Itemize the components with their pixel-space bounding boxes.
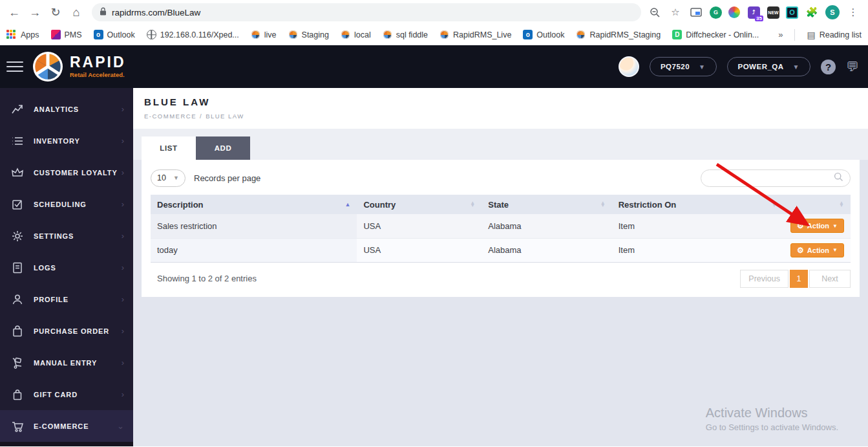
bookmark-staging[interactable]: Staging [288,30,329,39]
apps-grid-icon [6,30,17,40]
breadcrumb-parent[interactable]: E-COMMERCE [144,113,196,120]
cell-state: Alabama [482,214,611,238]
chevron-right-icon: › [122,168,124,177]
shopping-cart-icon [10,419,25,433]
sidebar-nav: ANALYTICS › INVENTORY › CUSTOMER LOYALTY… [0,88,133,446]
current-page-button[interactable]: 1 [790,270,808,288]
tab-list[interactable]: LIST [142,136,196,160]
cell-description: Sales restriction [151,214,357,238]
main-content: BLUE LAW E-COMMERCE/BLUE LAW LIST ADD 10… [133,88,868,446]
column-header-restriction-on[interactable]: Restriction On▲▼ [612,195,783,214]
rapid-logo[interactable]: RAPID Retail Accelerated. [32,51,126,82]
sidebar-item-analytics[interactable]: ANALYTICS › [0,93,133,125]
bookmarks-overflow-chevron[interactable]: » [778,30,783,39]
bookmark-outlook-2[interactable]: oOutlook [523,30,564,39]
chevron-right-icon: › [122,326,124,336]
sidebar-item-profile[interactable]: PROFILE › [0,283,133,315]
sort-icon: ▲▼ [772,202,777,208]
letter-o-extension-icon[interactable]: O [786,6,798,19]
browser-menu-dots-icon[interactable]: ⋮ [846,5,860,19]
action-button[interactable]: ⚙ Action ▼ [790,243,844,257]
sidebar-item-inventory[interactable]: INVENTORY › [0,125,133,157]
bookmark-diffchecker[interactable]: DDiffchecker - Onlin... [672,30,759,39]
apps-button[interactable]: Apps [6,30,39,40]
new-badge-icon[interactable]: NEW [767,6,779,19]
store-selector[interactable]: PQ7520 ▼ [650,57,717,76]
diffchecker-favicon: D [672,30,682,39]
hand-truck-icon [10,356,25,370]
reload-icon[interactable]: ↻ [47,3,65,21]
tab-add[interactable]: ADD [196,136,250,160]
cell-country: USA [357,214,482,238]
sidebar-item-customer-loyalty[interactable]: CUSTOMER LOYALTY › [0,157,133,188]
chevron-right-icon: › [122,263,124,272]
puzzle-extensions-icon[interactable]: 🧩 [805,5,819,19]
chevron-right-icon: › [122,294,124,304]
sort-icon: ▲▼ [470,202,475,208]
chevron-down-icon: ▼ [173,175,179,181]
sidebar-item-manual-entry[interactable]: MANUAL ENTRY › [0,347,133,378]
bookmark-sqlfiddle[interactable]: sql fiddle [383,30,428,39]
zoom-minus-icon[interactable] [648,5,662,19]
table-controls: 10 ▼ Records per page [151,169,851,187]
sort-ascending-icon: ▲ [345,201,351,208]
back-icon[interactable]: ← [5,3,23,21]
help-button[interactable]: ? [821,60,836,74]
bookmark-star-icon[interactable]: ☆ [668,5,683,19]
bookmark-live[interactable]: live [251,30,277,39]
forward-icon[interactable]: → [26,3,44,21]
records-per-page-select[interactable]: 10 ▼ [151,169,185,187]
home-icon[interactable]: ⌂ [67,3,85,21]
gear-icon: ⚙ [797,246,804,255]
records-per-page-label: Records per page [194,173,260,183]
terminal-selector[interactable]: POWER_QA ▼ [727,57,811,76]
sidebar-item-gift-card[interactable]: GIFT CARD › [0,378,133,410]
sort-icon: ▲▼ [600,202,606,208]
sidebar-item-settings[interactable]: SETTINGS › [0,220,133,252]
reading-list-button[interactable]: ▤ Reading list [807,30,862,40]
column-header-country[interactable]: Country▲▼ [357,195,482,214]
lock-icon[interactable] [100,6,107,18]
picture-in-picture-icon[interactable] [689,5,703,19]
bookmark-rapidrms-live[interactable]: RapidRMS_Live [439,30,511,39]
grammarly-icon[interactable]: G [710,6,722,19]
column-header-description[interactable]: Description▲ [151,195,357,214]
cell-description: today [151,238,357,262]
logo-subtitle: Retail Accelerated. [70,71,126,78]
chat-icon[interactable]: 💬︎ [846,60,859,73]
column-header-actions[interactable]: ▲▼ [783,195,851,214]
next-page-button[interactable]: Next [809,270,851,288]
bookmark-outlook[interactable]: oOutlook [94,30,135,39]
rapid-logo-icon [32,51,63,82]
hamburger-menu-icon[interactable] [6,61,23,72]
bag-icon [10,324,25,338]
color-wheel-icon[interactable] [728,6,740,18]
bookmark-pms[interactable]: PMS [51,30,82,39]
bookmark-rapidrms-staging[interactable]: RapidRMS_Staging [576,30,661,39]
search-input[interactable] [708,173,834,182]
globe-favicon [147,30,156,39]
browser-chrome: ← → ↻ ⌂ rapidrms.com/BlueLaw ☆ G ⤴ 35 NE… [0,0,868,45]
extension-badge: 35 [755,16,763,21]
chevron-right-icon: › [122,389,124,399]
chevron-down-icon: ▼ [793,63,799,71]
sidebar-item-logs[interactable]: LOGS › [0,252,133,283]
bookmark-ip[interactable]: 192.168.0.116/Xped... [147,30,239,39]
bookmark-local[interactable]: local [341,30,371,39]
column-header-state[interactable]: State▲▼ [482,195,611,214]
search-box[interactable] [701,169,851,187]
gear-icon [10,229,25,243]
outlook-favicon: o [523,30,533,39]
action-button[interactable]: ⚙ Action ▼ [790,219,844,233]
purple-extension-icon[interactable]: ⤴ 35 [746,5,761,19]
cell-state: Alabama [482,238,611,262]
table-row: Sales restriction USA Alabama Item ⚙ Act… [151,214,851,238]
user-avatar[interactable] [619,56,639,77]
address-bar[interactable]: rapidrms.com/BlueLaw [92,3,641,21]
sidebar-item-scheduling[interactable]: SCHEDULING › [0,188,133,220]
previous-page-button[interactable]: Previous [740,270,789,288]
cell-country: USA [357,238,482,262]
sidebar-item-purchase-order[interactable]: PURCHASE ORDER › [0,315,133,347]
browser-profile-avatar[interactable]: S [825,5,840,19]
sidebar-item-ecommerce[interactable]: E-COMMERCE ⌄ [0,410,133,442]
